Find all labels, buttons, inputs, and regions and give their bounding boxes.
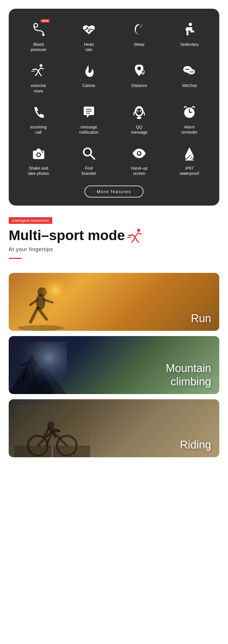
feature-sedentary: Sedentary	[164, 16, 215, 57]
feature-incoming-call: incomingcall	[13, 98, 64, 139]
search-icon	[80, 144, 98, 163]
riding-label: Riding	[180, 438, 211, 452]
features-grid: NEW Bloodpressure Heartrate	[13, 16, 215, 181]
qq-label: QQmessage	[131, 124, 148, 135]
sport-title: Multi–sport mode	[9, 228, 219, 243]
sedentary-label: Sedentary	[180, 42, 199, 47]
feature-alarm: Alarmreminder	[164, 98, 215, 139]
calorie-icon	[80, 61, 98, 80]
feature-waterproof: IP67waterproof	[164, 139, 215, 181]
feature-blood-pressure: NEW Bloodpressure	[13, 16, 64, 57]
svg-point-13	[187, 69, 188, 70]
sport-card-mountain: Mountainclimbing	[9, 336, 219, 394]
svg-point-8	[137, 67, 141, 70]
heart-rate-label: Heartrate	[84, 42, 94, 52]
svg-point-33	[42, 151, 43, 153]
svg-point-25	[137, 117, 141, 119]
exercise-label: exercisemore	[31, 83, 46, 93]
distance-icon	[130, 61, 148, 80]
heart-rate-icon	[80, 20, 98, 39]
waterproof-icon	[180, 144, 199, 163]
sport-cards: Run M	[0, 273, 228, 469]
svg-line-35	[90, 155, 95, 159]
svg-point-32	[37, 153, 40, 156]
phone-icon	[29, 103, 48, 121]
run-label: Run	[191, 312, 211, 325]
svg-point-9	[142, 71, 144, 73]
svg-point-16	[191, 71, 192, 72]
features-card: NEW Bloodpressure Heartrate	[9, 9, 219, 206]
svg-point-48	[17, 325, 64, 331]
feature-exercise: exercisemore	[13, 57, 64, 98]
svg-point-29	[189, 112, 190, 113]
camera-label: Shake andtake photos	[28, 166, 49, 176]
running-icon	[127, 228, 145, 243]
svg-text:z: z	[141, 23, 143, 26]
svg-line-49	[30, 308, 38, 322]
feature-find-bracelet: Findbracelet	[64, 139, 114, 181]
message-icon	[80, 103, 98, 121]
sleep-label: Sleep	[134, 42, 144, 47]
sedentary-icon	[180, 20, 199, 39]
svg-point-14	[188, 69, 190, 70]
blood-pressure-label: Bloodpressure	[30, 42, 46, 52]
waterproof-label: IP67waterproof	[180, 166, 199, 176]
alarm-icon	[180, 103, 199, 121]
svg-rect-60	[9, 342, 67, 394]
more-btn-wrap: More features	[13, 186, 215, 197]
message-label: messagenotification	[79, 124, 98, 135]
sport-section: Intelligent movement Multi–sport mode At…	[0, 206, 228, 273]
mountain-label: Mountainclimbing	[166, 362, 211, 388]
feature-camera: Shake andtake photos	[13, 139, 64, 181]
svg-point-24	[140, 110, 141, 111]
svg-rect-70	[15, 405, 90, 457]
svg-point-15	[190, 71, 191, 72]
sleep-icon: z z	[130, 20, 148, 39]
sport-subtitle: At your fingertips	[9, 246, 219, 253]
sport-card-riding: Riding	[9, 399, 219, 457]
feature-hand-up: Hand–upscreen	[114, 139, 164, 181]
sport-card-run: Run	[9, 273, 219, 331]
calorie-label: Calorie	[82, 83, 95, 88]
svg-point-17	[193, 71, 193, 72]
feature-qq: QQmessage	[114, 98, 164, 139]
feature-wechat: WeChat	[164, 57, 215, 98]
feature-distance: Distance	[114, 57, 164, 98]
stethoscope-icon: NEW	[29, 20, 48, 39]
feature-heart-rate: Heartrate	[64, 16, 114, 57]
svg-point-22	[136, 108, 142, 115]
find-bracelet-label: Findbracelet	[82, 166, 96, 176]
svg-point-5	[40, 64, 42, 67]
svg-point-12	[186, 69, 187, 70]
svg-point-38	[138, 152, 139, 153]
exercise-icon	[29, 61, 48, 80]
svg-point-45	[137, 229, 140, 232]
incoming-call-label: incomingcall	[30, 124, 47, 135]
camera-icon	[29, 144, 48, 163]
feature-sleep: z z Sleep	[114, 16, 164, 57]
intelligent-movement-tag: Intelligent movement	[9, 217, 52, 224]
red-underline	[9, 258, 21, 259]
wechat-icon	[180, 61, 199, 80]
wechat-label: WeChat	[182, 83, 197, 88]
more-features-button[interactable]: More features	[85, 186, 143, 197]
qq-icon	[130, 103, 148, 121]
svg-point-23	[137, 110, 139, 111]
alarm-label: Alarmreminder	[182, 124, 198, 135]
eye-icon	[130, 144, 148, 163]
hand-up-label: Hand–upscreen	[131, 166, 148, 176]
feature-message: messagenotification	[64, 98, 114, 139]
distance-label: Distance	[131, 83, 147, 88]
feature-calorie: Calorie	[64, 57, 114, 98]
svg-point-1	[42, 34, 44, 36]
svg-point-4	[189, 23, 192, 26]
new-badge: NEW	[41, 19, 50, 23]
run-bg	[9, 273, 219, 331]
